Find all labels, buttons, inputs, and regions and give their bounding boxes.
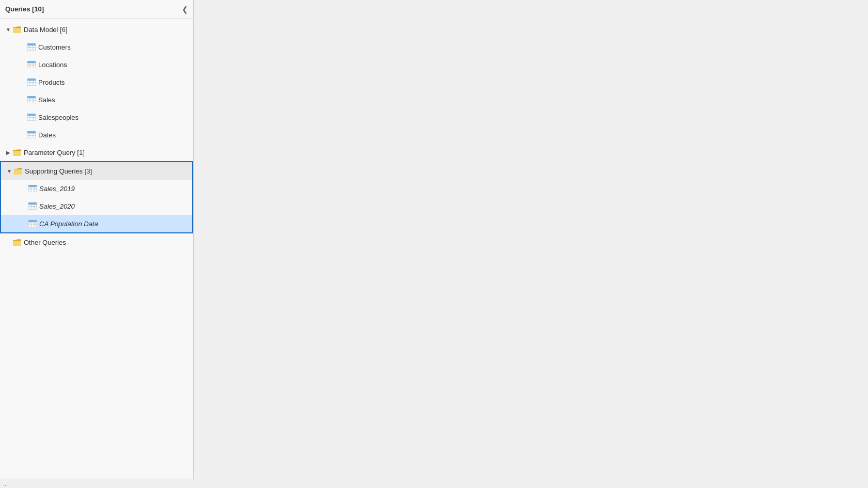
group-label-parameter-query: Parameter Query [1] bbox=[24, 149, 85, 156]
status-text: ... bbox=[3, 481, 8, 487]
tree-item-sales[interactable]: Sales bbox=[0, 91, 193, 108]
table-icon-sales-2019 bbox=[28, 184, 37, 193]
item-label-dates: Dates bbox=[38, 131, 56, 139]
tree-item-products[interactable]: Products bbox=[0, 73, 193, 91]
svg-rect-13 bbox=[27, 61, 36, 63]
tree-item-salespeoples[interactable]: Salespeoples bbox=[0, 108, 193, 126]
item-label-sales-2020: Sales_2020 bbox=[39, 202, 75, 210]
group-label-other-queries: Other Queries bbox=[24, 239, 66, 246]
tree-group-data-model[interactable]: ▼ Data Model [6] bbox=[0, 21, 193, 38]
svg-rect-53 bbox=[28, 202, 37, 204]
status-bar: ... bbox=[0, 479, 194, 488]
table-icon-customers bbox=[27, 43, 36, 51]
selected-group-supporting-queries: ▼ Supporting Queries [3] bbox=[0, 161, 193, 233]
svg-rect-39 bbox=[13, 151, 21, 156]
tree-item-ca-population[interactable]: CA Population Data bbox=[1, 215, 192, 232]
tree-group-supporting-queries[interactable]: ▼ Supporting Queries [3] bbox=[1, 162, 192, 180]
tree-item-locations[interactable]: Locations bbox=[0, 56, 193, 73]
item-label-sales-2019: Sales_2019 bbox=[39, 185, 75, 193]
item-label-products: Products bbox=[38, 78, 65, 86]
svg-rect-19 bbox=[27, 78, 36, 81]
table-icon-locations bbox=[27, 60, 36, 69]
table-icon-dates bbox=[27, 131, 36, 139]
folder-icon-data-model bbox=[12, 25, 22, 34]
item-label-ca-population: CA Population Data bbox=[39, 220, 98, 228]
item-label-customers: Customers bbox=[38, 43, 71, 51]
item-label-locations: Locations bbox=[38, 61, 67, 69]
sidebar-header: Queries [10] ❮ bbox=[0, 0, 193, 19]
tree-item-dates[interactable]: Dates bbox=[0, 126, 193, 144]
expand-icon-other-queries: ▶ bbox=[4, 238, 12, 246]
expand-icon-supporting-queries: ▼ bbox=[5, 167, 13, 175]
svg-rect-61 bbox=[13, 241, 21, 246]
folder-icon-other-queries bbox=[12, 238, 22, 246]
tree-item-customers[interactable]: Customers bbox=[0, 38, 193, 56]
folder-icon-parameter-query bbox=[12, 148, 22, 156]
table-icon-sales-2020 bbox=[28, 202, 37, 210]
sidebar: Queries [10] ❮ ▼ Data Model [6] bbox=[0, 0, 194, 488]
item-label-salespeoples: Salespeoples bbox=[38, 114, 79, 121]
folder-icon-supporting-queries bbox=[13, 167, 23, 175]
tree-item-sales-2019[interactable]: Sales_2019 bbox=[1, 180, 192, 197]
svg-rect-37 bbox=[27, 131, 36, 133]
table-icon-ca-population bbox=[28, 219, 37, 228]
expand-icon-data-model: ▼ bbox=[4, 25, 12, 34]
table-icon-products bbox=[27, 78, 36, 86]
group-label-supporting-queries: Supporting Queries [3] bbox=[25, 167, 92, 175]
svg-rect-41 bbox=[14, 169, 22, 175]
table-icon-sales bbox=[27, 96, 36, 104]
tree-group-parameter-query[interactable]: ▶ Parameter Query [1] bbox=[0, 144, 193, 161]
group-label-data-model: Data Model [6] bbox=[24, 26, 68, 34]
svg-rect-25 bbox=[27, 96, 36, 98]
main-content bbox=[194, 0, 868, 488]
tree-group-other-queries[interactable]: ▶ Other Queries bbox=[0, 233, 193, 251]
tree-item-sales-2020[interactable]: Sales_2020 bbox=[1, 197, 192, 215]
table-icon-salespeoples bbox=[27, 113, 36, 121]
collapse-icon[interactable]: ❮ bbox=[182, 5, 188, 13]
sidebar-title: Queries [10] bbox=[5, 5, 44, 13]
svg-rect-47 bbox=[28, 185, 37, 187]
svg-rect-1 bbox=[13, 28, 21, 33]
svg-rect-31 bbox=[27, 114, 36, 116]
tree-container: ▼ Data Model [6] bbox=[0, 19, 193, 488]
svg-rect-59 bbox=[28, 220, 37, 222]
item-label-sales: Sales bbox=[38, 96, 55, 104]
expand-icon-parameter-query: ▶ bbox=[4, 148, 12, 156]
svg-rect-7 bbox=[27, 43, 36, 45]
